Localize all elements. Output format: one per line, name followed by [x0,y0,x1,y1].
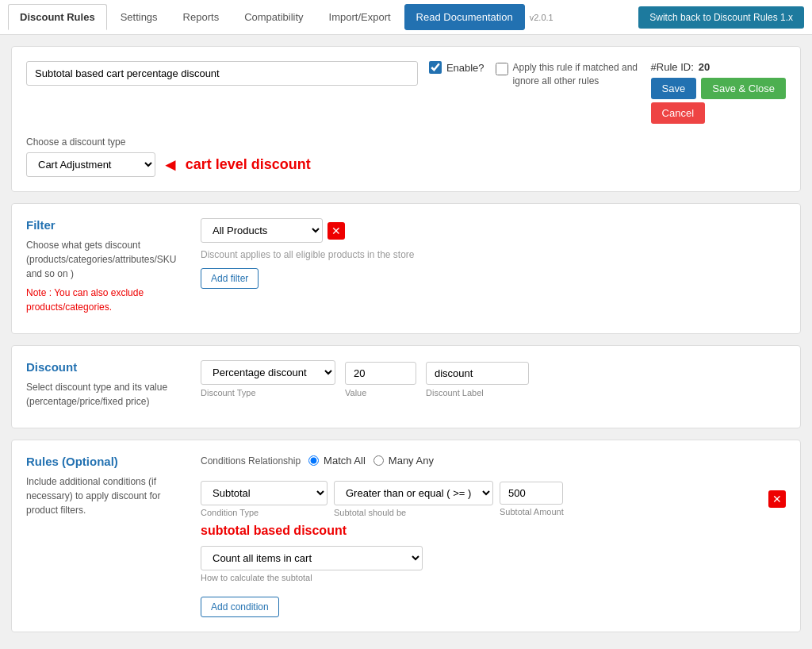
tab-settings[interactable]: Settings [109,4,170,30]
filter-remove-button[interactable]: ✕ [327,222,345,240]
discount-label-sublabel: Discount Label [426,388,529,397]
filter-right-col: All Products Specific Products Product C… [201,218,786,319]
discount-type-label: Choose a discount type [26,136,786,148]
condition-type-label: Condition Type [201,508,327,517]
enable-label: Enable? [446,62,485,74]
rule-id-group: #Rule ID: 20 Save Save & Close Cancel [651,61,786,124]
tab-import-export[interactable]: Import/Export [317,4,403,30]
condition-remove-button[interactable]: ✕ [768,490,786,508]
switch-back-button[interactable]: Switch back to Discount Rules 1.x [638,6,804,29]
discount-right-col: Percentage discount Fixed discount Fixed… [201,360,786,413]
enable-checkbox[interactable] [429,61,442,74]
add-filter-button[interactable]: Add filter [201,268,259,289]
discount-value-label: Value [345,388,416,397]
rule-id-value: 20 [699,61,710,73]
conditions-relationship-row: Conditions Relationship Match All Many A… [201,455,786,467]
subtotal-calc-row: Count all items in cart Count unique ite… [201,546,786,582]
discount-label-col: Discount Label [426,362,529,397]
discount-type-row: Cart Adjustment Percentage Discount Fixe… [26,152,786,177]
condition-op-label: Subtotal should be [334,508,493,517]
enable-group: Enable? [429,61,485,74]
rules-left-col: Rules (Optional) Include additional cond… [26,455,185,617]
filter-two-col: Filter Choose what gets discount (produc… [26,218,786,319]
match-all-radio[interactable] [308,455,319,466]
discount-two-col: Discount Select discount type and its va… [26,360,786,413]
save-close-button[interactable]: Save & Close [701,78,786,99]
filter-left-col: Filter Choose what gets discount (produc… [26,218,185,319]
discount-desc: Select discount type and its value (perc… [26,380,185,409]
discount-type-select[interactable]: Cart Adjustment Percentage Discount Fixe… [26,152,155,177]
main-content: Enable? Apply this rule if matched and i… [0,35,812,649]
discount-type-sublabel: Discount Type [201,388,335,397]
arrow-annotation: Cart Adjustment Percentage Discount Fixe… [26,152,311,177]
condition-amount-label: Subtotal Amount [500,507,564,517]
version-label: v2.0.1 [530,13,553,22]
tab-compatibility[interactable]: Compatibility [232,4,315,30]
tab-reports[interactable]: Reports [171,4,232,30]
rules-card: Rules (Optional) Include additional cond… [11,440,801,632]
discount-value-col: Value [345,362,416,397]
discount-card: Discount Select discount type and its va… [11,345,801,428]
condition-type-select[interactable]: Subtotal Cart Item Count Product Quantit… [201,481,327,505]
add-condition-button[interactable]: Add condition [201,597,279,617]
cart-level-annotation: cart level discount [186,156,311,173]
save-button[interactable]: Save [651,78,697,99]
match-all-radio-group: Match All [308,455,366,467]
filter-note: Discount applies to all eligible product… [201,249,786,260]
many-any-radio[interactable] [373,455,384,466]
rules-section-header: Rules (Optional) [26,455,185,468]
discount-left-col: Discount Select discount type and its va… [26,360,185,413]
apply-rule-label: Apply this rule if matched and ignore al… [513,61,640,88]
top-navigation: Discount Rules Settings Reports Compatib… [0,0,812,35]
conditions-rel-label: Conditions Relationship [201,455,301,467]
many-any-radio-group: Many Any [373,455,434,467]
apply-rule-checkbox[interactable] [496,63,508,75]
header-row: Enable? Apply this rule if matched and i… [26,61,786,124]
condition-amount-input[interactable] [500,482,563,505]
filter-products-select[interactable]: All Products Specific Products Product C… [201,218,323,243]
discount-type-col: Percentage discount Fixed discount Fixed… [201,360,335,397]
filter-select-row: All Products Specific Products Product C… [201,218,786,243]
cancel-button[interactable]: Cancel [651,102,705,124]
rules-two-col: Rules (Optional) Include additional cond… [26,455,786,617]
filter-card: Filter Choose what gets discount (produc… [11,203,801,334]
subtotal-calc-label: How to calculate the subtotal [201,573,786,582]
discount-row: Percentage discount Fixed discount Fixed… [201,360,786,397]
tab-read-documentation[interactable]: Read Documentation [404,4,525,30]
condition-op-select[interactable]: Greater than or equal ( >= ) Less than (… [334,481,493,505]
red-arrow-icon: ◄ [162,155,179,175]
condition-row-1: Subtotal Cart Item Count Product Quantit… [201,481,786,517]
discount-label-input[interactable] [426,362,529,385]
rules-desc: Include additional conditions (if necess… [26,474,185,517]
rule-id-label: #Rule ID: [651,61,694,73]
subtotal-calc-select[interactable]: Count all items in cart Count unique ite… [201,546,423,570]
apply-rule-group: Apply this rule if matched and ignore al… [496,61,640,88]
tab-discount-rules[interactable]: Discount Rules [8,4,107,30]
discount-section-header: Discount [26,360,185,374]
header-card: Enable? Apply this rule if matched and i… [11,46,801,192]
subtotal-annotation: subtotal based discount [201,524,786,538]
filter-desc1: Choose what gets discount (products/cate… [26,238,185,281]
match-all-label: Match All [324,455,366,467]
many-any-label: Many Any [389,455,434,467]
discount-value-input[interactable] [345,362,416,385]
filter-desc2: Note : You can also exclude products/cat… [26,286,185,314]
rules-right-col: Conditions Relationship Match All Many A… [201,455,786,617]
filter-section-header: Filter [26,218,185,232]
rule-name-input[interactable] [26,61,418,86]
discount-type-section: Choose a discount type Cart Adjustment P… [26,136,786,177]
discount-type-dropdown[interactable]: Percentage discount Fixed discount Fixed… [201,360,335,385]
